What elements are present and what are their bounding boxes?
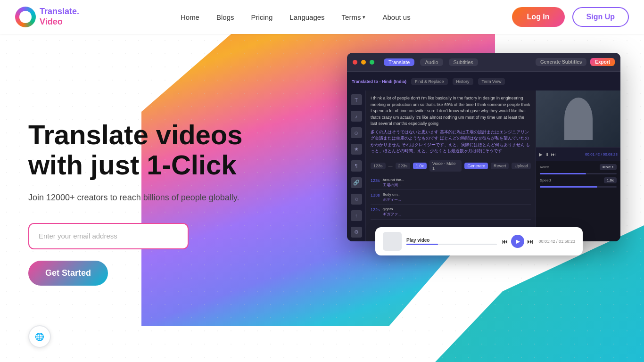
transcript-row-3: 122s gigafa... ギガファ...: [371, 205, 531, 219]
navbar: Translate. Video Home Blogs Pricing Lang…: [0, 0, 644, 34]
voice-setting-label: Voice: [540, 165, 549, 169]
nav-languages[interactable]: Languages: [289, 13, 324, 21]
transcript-ja-text: 多くの人はそうではないと思います 基本的に私は工場の設計またはエンジニアリング会…: [371, 129, 531, 155]
optimize-button[interactable]: Generate Subtitles: [536, 58, 586, 66]
transcript-en-text: I think a lot of people don't I'm like b…: [371, 95, 531, 127]
row-en-1[interactable]: Around the...: [383, 177, 531, 182]
player-time: 00:01:42 / 01:58:23: [538, 239, 575, 244]
email-input[interactable]: [28, 223, 189, 249]
player-controls: ⏮ ▶ ⏭: [502, 235, 534, 248]
row-en-3[interactable]: gigafa...: [383, 206, 531, 212]
transcript-panel: I think a lot of people don't I'm like b…: [366, 90, 536, 241]
login-button[interactable]: Log In: [512, 7, 565, 27]
nav-links: Home Blogs Pricing Languages Terms ▾ Abo…: [181, 13, 411, 21]
tab-translate[interactable]: Translate: [384, 58, 414, 66]
hero-section: Translate videos with just 1-Click Join …: [0, 34, 644, 362]
sidebar-promo-icon[interactable]: ★: [351, 144, 362, 155]
row-en-2[interactable]: Body um...: [383, 192, 531, 197]
skip-icon[interactable]: ⏭: [551, 152, 556, 157]
player-next-icon[interactable]: ⏭: [527, 238, 534, 245]
transcript-row-controls: 123s — 223s 1.0x Voice - Male 1 Generate…: [371, 158, 531, 175]
nav-about[interactable]: About us: [382, 13, 410, 21]
player-title: Play video: [406, 238, 497, 243]
nav-actions: Log In Sign Up: [512, 7, 629, 27]
player-progress-bar[interactable]: [406, 244, 497, 245]
video-preview: [536, 90, 620, 147]
player-play-button[interactable]: ▶: [511, 235, 524, 248]
app-body: T ♪ ☺ ★ ¶ 🔗 ♫ ↑ ⚙ I think a lot of peopl…: [347, 90, 620, 241]
nav-terms[interactable]: Terms ▾: [342, 13, 366, 21]
row-time-1: 123s: [371, 178, 380, 183]
logo-icon: [15, 7, 36, 27]
email-input-wrapper: [28, 223, 243, 249]
sidebar-person-icon[interactable]: ☺: [351, 127, 362, 138]
player-prev-icon[interactable]: ⏮: [502, 238, 508, 245]
speed-slider[interactable]: [540, 173, 617, 174]
sidebar-music-icon[interactable]: ♫: [351, 194, 362, 205]
sidebar-settings-icon[interactable]: ⚙: [351, 227, 362, 238]
voice-control[interactable]: Voice - Male 1: [429, 160, 462, 172]
transcript-block-en: I think a lot of people don't I'm like b…: [371, 95, 531, 155]
app-tabs: Translate Audio Subtitles: [384, 58, 478, 66]
tab-subtitles[interactable]: Subtitles: [449, 58, 478, 66]
sidebar-text-icon[interactable]: ¶: [351, 160, 362, 171]
app-topbar: Translate Audio Subtitles Generate Subti…: [347, 53, 620, 72]
export-button[interactable]: Export: [590, 58, 615, 66]
toolbar-lang: Translated to - Hindi (India): [352, 79, 406, 84]
find-replace-btn[interactable]: Find & Replace: [411, 78, 448, 85]
logo-text: Translate. Video: [40, 7, 79, 27]
row-ja-2[interactable]: ボディー...: [383, 197, 531, 202]
term-view-btn[interactable]: Term View: [478, 78, 505, 85]
history-btn[interactable]: History: [453, 78, 473, 85]
logo[interactable]: Translate. Video: [15, 7, 79, 27]
video-controls: ▶ ⏸ ⏭ 00:01:42 / 00:08:23: [536, 147, 620, 161]
time-123s[interactable]: 123s: [371, 163, 386, 169]
globe-icon: 🌐: [35, 332, 44, 341]
player-info: Play video: [406, 238, 497, 245]
sidebar-translate-icon[interactable]: T: [351, 94, 362, 105]
hero-app-mockup: Translate Audio Subtitles Generate Subti…: [338, 39, 630, 251]
transcript-row-2: 133s Body um... ボディー...: [371, 190, 531, 205]
app-main: I think a lot of people don't I'm like b…: [366, 90, 620, 241]
sidebar-export-icon[interactable]: ↑: [351, 210, 362, 221]
sidebar-link-icon[interactable]: 🔗: [351, 177, 362, 188]
chevron-down-icon: ▾: [363, 14, 365, 20]
hero-subtitle: Join 12000+ creators to reach billions o…: [28, 191, 243, 204]
video-thumbnail: [536, 90, 620, 147]
app-sidebar: T ♪ ☺ ★ ¶ 🔗 ♫ ↑ ⚙: [347, 90, 366, 241]
video-panel: ▶ ⏸ ⏭ 00:01:42 / 00:08:23 Voice Male 1: [536, 90, 620, 241]
nav-home[interactable]: Home: [181, 13, 199, 21]
hero-title: Translate videos with just 1-Click: [28, 120, 243, 180]
window-maximize[interactable]: [370, 60, 374, 65]
globe-button[interactable]: 🌐: [28, 325, 51, 348]
app-window: Translate Audio Subtitles Generate Subti…: [347, 53, 620, 241]
video-time: 00:01:42 / 00:08:23: [585, 152, 618, 156]
transcript-row-1: 123s Around the... 工場の周...: [371, 175, 531, 190]
signup-button[interactable]: Sign Up: [572, 7, 629, 27]
generate-btn[interactable]: Generate: [464, 163, 488, 169]
voice-setting-value[interactable]: Male 1: [600, 164, 617, 170]
pause-icon[interactable]: ⏸: [545, 152, 549, 157]
topbar-actions: Generate Subtitles Export: [536, 58, 615, 66]
time-223s[interactable]: 223s: [396, 163, 411, 169]
speed-setting-value[interactable]: 1.0x: [604, 177, 617, 183]
row-ja-1[interactable]: 工場の周...: [383, 182, 531, 188]
play-icon[interactable]: ▶: [539, 152, 543, 157]
tab-audio[interactable]: Audio: [420, 58, 443, 66]
speed-setting-label: Speed: [540, 178, 551, 182]
arrow-icon: —: [388, 164, 393, 168]
volume-slider[interactable]: [540, 186, 617, 188]
app-toolbar: Translated to - Hindi (India) Find & Rep…: [347, 72, 620, 90]
window-minimize[interactable]: [361, 60, 366, 65]
speed-control[interactable]: 1.0x: [413, 163, 427, 169]
window-close[interactable]: [353, 60, 357, 65]
nav-pricing[interactable]: Pricing: [251, 13, 273, 21]
sidebar-audio-icon[interactable]: ♪: [351, 111, 362, 122]
row-time-2: 133s: [371, 193, 380, 197]
nav-blogs[interactable]: Blogs: [216, 13, 234, 21]
row-ja-3[interactable]: ギガファ...: [383, 212, 531, 217]
bottom-player: Play video ⏮ ▶ ⏭ 00:01:42 / 01:58:23: [375, 227, 583, 255]
revert-btn[interactable]: Revert: [491, 163, 509, 169]
upload-btn[interactable]: Upload: [512, 163, 531, 169]
get-started-button[interactable]: Get Started: [28, 261, 108, 286]
